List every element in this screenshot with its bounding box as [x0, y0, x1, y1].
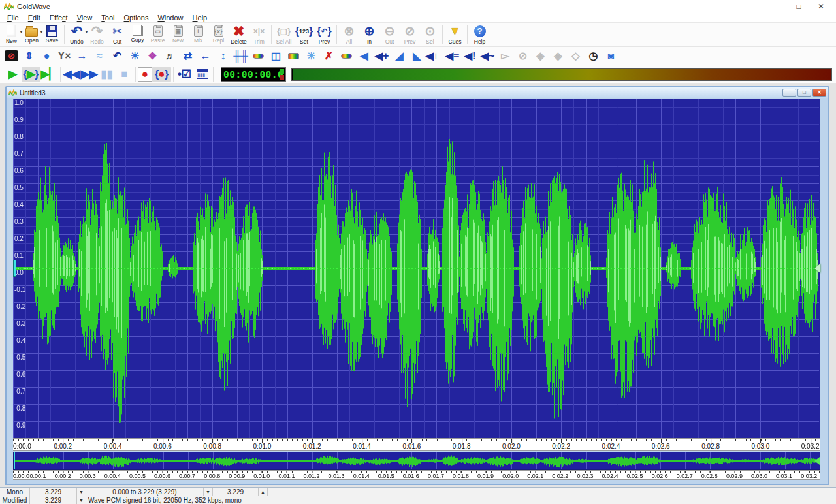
fade-out-button[interactable]: ◣: [408, 48, 426, 64]
time-axis[interactable]: 0:00.00:00.20:00.40:00.60:00.80:01.00:01…: [13, 438, 820, 451]
goto-cue-button[interactable]: ▻: [496, 48, 514, 64]
menu-window[interactable]: Window: [153, 13, 187, 22]
parametric-eq-button[interactable]: ♬: [161, 48, 179, 64]
play-icon: ▶: [8, 69, 17, 80]
axis-minor-ticks: [13, 471, 820, 473]
prev-cue-button[interactable]: ◈: [532, 48, 549, 64]
pan-button[interactable]: ↕: [214, 48, 232, 64]
fade-in-button[interactable]: ◢: [391, 48, 408, 64]
flanger-button[interactable]: ≈: [91, 48, 108, 64]
toolbar-button-cut[interactable]: ✂Cut: [107, 24, 127, 46]
overview-strip[interactable]: [13, 452, 820, 470]
toolbar-button-help[interactable]: ?Help: [470, 24, 490, 46]
menu-edit[interactable]: Edit: [24, 13, 45, 22]
device-controls-button[interactable]: ⊘: [3, 48, 20, 64]
overview-end-marker[interactable]: [814, 457, 820, 465]
toolbar-button-set[interactable]: 123Set: [294, 24, 314, 46]
document-title-bar[interactable]: Untitled3 — □ ✕: [7, 87, 828, 98]
waveform-canvas[interactable]: [13, 99, 819, 438]
close-button[interactable]: ✕: [810, 1, 832, 13]
play-selection-button[interactable]: ▶: [22, 67, 40, 82]
minimize-button[interactable]: –: [765, 1, 788, 13]
document-minimize-button[interactable]: —: [782, 89, 796, 97]
toolbar-button-new[interactable]: ▼New: [1, 24, 22, 46]
pause-button[interactable]: ▮▮: [98, 67, 116, 82]
toolbar-button-open[interactable]: ▼Open: [22, 24, 42, 46]
toolbar-button-copy[interactable]: Copy: [127, 24, 148, 46]
timer-button[interactable]: ◷: [585, 48, 602, 64]
adjust-updown-button[interactable]: ⇕: [20, 48, 38, 64]
overview-canvas[interactable]: [14, 452, 818, 469]
rewind-button[interactable]: ◀◀: [63, 67, 80, 82]
document-maximize-button[interactable]: □: [797, 89, 811, 97]
record-options-button[interactable]: •☑: [176, 67, 193, 82]
spectrum-filter-button[interactable]: [249, 48, 267, 64]
menu-options[interactable]: Options: [120, 13, 153, 22]
maximize-volume-button[interactable]: ◀∟: [426, 48, 443, 64]
doppler-button[interactable]: ●: [38, 48, 56, 64]
menu-help[interactable]: Help: [188, 13, 212, 22]
status-dropdown-button[interactable]: ▼: [77, 496, 86, 504]
toolbar-button-undo[interactable]: ↶▼Undo: [67, 24, 87, 46]
toolbar-button-cues[interactable]: ▼Cues: [445, 24, 465, 46]
smoother-button[interactable]: ✳: [302, 48, 320, 64]
selection-end-marker[interactable]: [814, 264, 820, 273]
maximize-button[interactable]: □: [788, 1, 810, 13]
toolbar-button-in[interactable]: ⊕In: [359, 24, 379, 46]
menu-tool[interactable]: Tool: [97, 13, 119, 22]
pitch-button[interactable]: [285, 48, 302, 64]
zall-icon: ⊗: [344, 25, 355, 38]
toolbar-button-prev[interactable]: ↶Prev: [314, 24, 334, 46]
playback-rate-button[interactable]: ←: [197, 48, 214, 64]
comment-button[interactable]: ◙: [602, 48, 620, 64]
clipx-icon: {x}: [214, 25, 223, 37]
cue-bubble-button[interactable]: ⊘: [514, 48, 532, 64]
spectrum-button[interactable]: [338, 48, 355, 64]
overview-time-axis[interactable]: 0:00.00:00.10:00.20:00.30:00.40:00.50:00…: [13, 470, 820, 480]
status-dropdown-button[interactable]: ▼: [204, 488, 213, 496]
interpolate-button[interactable]: ❖: [144, 48, 161, 64]
expression-button[interactable]: Y×: [56, 48, 73, 64]
equalizer-button[interactable]: ╫╫: [232, 48, 249, 64]
record-selection-button[interactable]: ●: [152, 67, 171, 82]
fast-forward-button[interactable]: ▶▶: [80, 67, 98, 82]
menu-file[interactable]: File: [3, 13, 24, 22]
shape-volume-button[interactable]: ◀~: [479, 48, 496, 64]
loudness-button[interactable]: ◀!: [461, 48, 479, 64]
goldwave-window: GoldWave – □ ✕ FileEditEffectViewToolOpt…: [0, 0, 836, 504]
next-cue-button[interactable]: ◈: [549, 48, 567, 64]
time-axis-label: 0:00.7: [179, 473, 195, 479]
menu-effect[interactable]: Effect: [45, 13, 72, 22]
selection-start-marker[interactable]: [13, 260, 16, 277]
record-button[interactable]: ●: [138, 67, 152, 82]
status-dropdown-button[interactable]: ▼: [77, 488, 86, 496]
match-volume-button[interactable]: ◀+: [373, 48, 391, 64]
status-dropdown-button[interactable]: ▲: [259, 488, 268, 496]
offset-button[interactable]: →: [73, 48, 91, 64]
zprev-icon: ⊘: [405, 25, 415, 38]
match-loudness-button[interactable]: ◀=: [443, 48, 461, 64]
silence-reduction-button[interactable]: ✗: [320, 48, 338, 64]
prevset-icon: ↶: [317, 25, 332, 38]
exchange-button[interactable]: ⇄: [179, 48, 197, 64]
mechanize-button[interactable]: ✳: [126, 48, 144, 64]
stop-button[interactable]: ■: [116, 67, 133, 82]
noise-reduction-button[interactable]: ◫: [267, 48, 285, 64]
drop-cue-button[interactable]: ◇: [567, 48, 585, 64]
volume-button[interactable]: ◀: [355, 48, 373, 64]
toolbar-button-new: ▣New: [168, 24, 188, 46]
time-axis-label: 0:03.1: [776, 473, 792, 479]
toolbar-button-delete[interactable]: ✖Delete: [229, 24, 249, 46]
time-axis-label: 0:01.4: [353, 473, 370, 479]
reverse-button[interactable]: ↶: [108, 48, 126, 64]
play-to-end-button[interactable]: ▶▏: [40, 67, 58, 82]
menu-view[interactable]: View: [72, 13, 97, 22]
toolbar-button-save[interactable]: Save: [42, 24, 62, 46]
waveform-view[interactable]: 1.00.90.80.70.60.50.40.30.20.10.0-0.1-0.…: [13, 99, 820, 438]
play-button[interactable]: ▶: [4, 67, 22, 82]
overview-start-marker[interactable]: [14, 452, 15, 469]
effects-toolbar: ⊘⇕●Y×→≈↶✳❖♬⇄←↕╫╫◫✳✗◀◀+◢◣◀∟◀=◀!◀~▻⊘◈◈◇◷◙: [0, 47, 836, 65]
monitor-button[interactable]: [193, 67, 211, 82]
record-selection-icon: ●: [158, 69, 165, 80]
document-close-button[interactable]: ✕: [812, 89, 826, 97]
